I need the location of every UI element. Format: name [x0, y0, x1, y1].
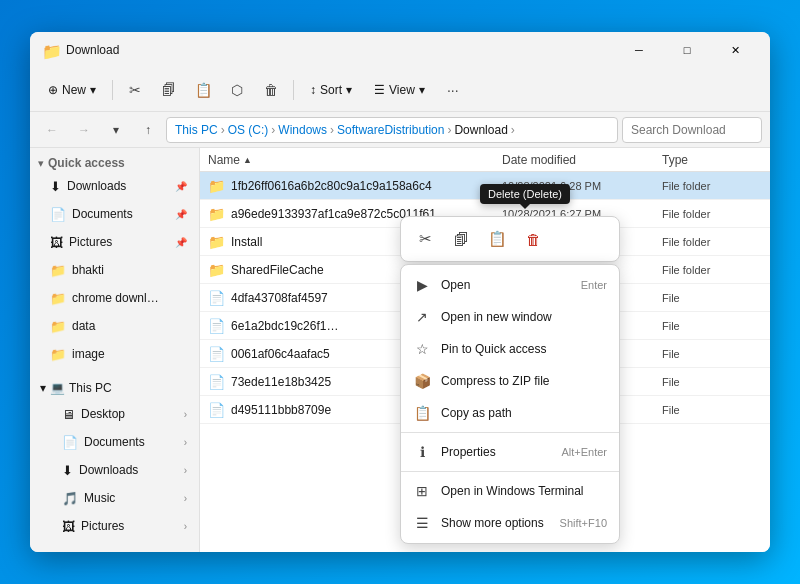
address-bar: ← → ▾ ↑ This PC › OS (C:) › Windows › So…: [30, 112, 770, 148]
docs2-icon: 📄: [62, 435, 78, 450]
breadcrumb-thispc[interactable]: This PC: [175, 123, 218, 137]
bhakti-icon: 📁: [50, 263, 66, 278]
toolbar: ⊕ New ▾ ✂ 🗐 📋 ⬡ 🗑 ↕ Sort ▾ ☰ View ▾ ···: [30, 68, 770, 112]
folder-icon: 📁: [208, 262, 225, 278]
ctx-copy-button[interactable]: 🗐: [445, 223, 477, 255]
properties-icon: ℹ: [413, 444, 431, 460]
close-button[interactable]: ✕: [712, 36, 758, 64]
folder-icon: 📁: [208, 206, 225, 222]
more-button[interactable]: ···: [437, 74, 469, 106]
search-input[interactable]: [622, 117, 762, 143]
more-options-icon: ☰: [413, 515, 431, 531]
terminal-icon: ⊞: [413, 483, 431, 499]
open-new-window-icon: ↗: [413, 309, 431, 325]
downloads-icon: ⬇: [50, 179, 61, 194]
sidebar-item-chrome[interactable]: 📁 chrome downl…: [34, 284, 195, 312]
new-plus-icon: ⊕: [48, 83, 58, 97]
sidebar-item-pics2[interactable]: 🖼 Pictures ›: [34, 512, 195, 540]
context-menu-container: Delete (Delete) ✂ 🗐 📋 🗑 ▶ Open Enter ↗: [400, 216, 620, 544]
copy-path-icon: 📋: [413, 405, 431, 421]
toolbar-separator-1: [112, 80, 113, 100]
sidebar-item-documents[interactable]: 📄 Documents 📌: [34, 200, 195, 228]
delete-button[interactable]: 🗑: [255, 74, 287, 106]
chrome-icon: 📁: [50, 291, 66, 306]
this-pc-icon: 💻: [50, 381, 65, 395]
col-type-header[interactable]: Type: [662, 153, 762, 167]
up-button[interactable]: ↑: [134, 116, 162, 144]
breadcrumb-download: Download: [454, 123, 507, 137]
sidebar-item-dl2[interactable]: ⬇ Downloads ›: [34, 456, 195, 484]
explorer-window: 📁 Download ─ □ ✕ ⊕ New ▾ ✂ 🗐 📋 ⬡ 🗑 ↕ Sor…: [30, 32, 770, 552]
ctx-paste-button[interactable]: 📋: [481, 223, 513, 255]
quick-access-section[interactable]: ▾ Quick access: [30, 152, 199, 172]
main-content: ▾ Quick access ⬇ Downloads 📌 📄 Documents…: [30, 148, 770, 552]
window-controls: ─ □ ✕: [616, 36, 758, 64]
sidebar-item-desktop[interactable]: 🖥 Desktop ›: [34, 400, 195, 428]
ctx-separator-2: [401, 471, 619, 472]
file-icon: 📄: [208, 290, 225, 306]
pictures-icon: 🖼: [50, 235, 63, 250]
sidebar-item-music[interactable]: 🎵 Music ›: [34, 484, 195, 512]
maximize-button[interactable]: □: [664, 36, 710, 64]
data-icon: 📁: [50, 319, 66, 334]
table-row[interactable]: 📁 1fb26ff0616a6b2c80c9a1c9a158a6c4 10/28…: [200, 172, 770, 200]
sort-button[interactable]: ↕ Sort ▾: [300, 74, 362, 106]
ctx-copy-as-path[interactable]: 📋 Copy as path: [401, 397, 619, 429]
file-icon: 📄: [208, 318, 225, 334]
forward-button[interactable]: →: [70, 116, 98, 144]
recent-button[interactable]: ▾: [102, 116, 130, 144]
window-icon: 📁: [42, 42, 58, 58]
context-menu-icons: ✂ 🗐 📋 🗑: [400, 216, 620, 262]
sidebar-item-image[interactable]: 📁 image: [34, 340, 195, 368]
paste-button[interactable]: 📋: [187, 74, 219, 106]
new-button[interactable]: ⊕ New ▾: [38, 74, 106, 106]
dl2-icon: ⬇: [62, 463, 73, 478]
ctx-open-terminal[interactable]: ⊞ Open in Windows Terminal: [401, 475, 619, 507]
back-button[interactable]: ←: [38, 116, 66, 144]
sidebar-item-data[interactable]: 📁 data: [34, 312, 195, 340]
ctx-compress-zip[interactable]: 📦 Compress to ZIP file: [401, 365, 619, 397]
file-list-header: Name ▲ Date modified Type: [200, 148, 770, 172]
ctx-cut-button[interactable]: ✂: [409, 223, 441, 255]
title-bar: 📁 Download ─ □ ✕: [30, 32, 770, 68]
pics2-icon: 🖼: [62, 519, 75, 534]
col-name-header[interactable]: Name ▲: [208, 153, 502, 167]
documents-icon: 📄: [50, 207, 66, 222]
sort-asc-icon: ▲: [243, 155, 252, 165]
copy-button[interactable]: 🗐: [153, 74, 185, 106]
file-list: Name ▲ Date modified Type 📁 1fb26ff0616a…: [200, 148, 770, 552]
col-date-header[interactable]: Date modified: [502, 153, 662, 167]
folder-icon: 📁: [208, 234, 225, 250]
breadcrumb-osc[interactable]: OS (C:): [228, 123, 269, 137]
share-button[interactable]: ⬡: [221, 74, 253, 106]
minimize-button[interactable]: ─: [616, 36, 662, 64]
ctx-properties[interactable]: ℹ Properties Alt+Enter: [401, 436, 619, 468]
this-pc-header[interactable]: ▾ 💻 This PC: [34, 376, 195, 400]
view-button[interactable]: ☰ View ▾: [364, 74, 435, 106]
window-title: Download: [66, 43, 608, 57]
quick-access-expander: ▾: [38, 157, 44, 170]
breadcrumb[interactable]: This PC › OS (C:) › Windows › SoftwareDi…: [166, 117, 618, 143]
cut-button[interactable]: ✂: [119, 74, 151, 106]
sidebar: ▾ Quick access ⬇ Downloads 📌 📄 Documents…: [30, 148, 200, 552]
ctx-delete-button[interactable]: 🗑: [517, 223, 549, 255]
sidebar-item-downloads[interactable]: ⬇ Downloads 📌: [34, 172, 195, 200]
file-icon: 📄: [208, 346, 225, 362]
context-menu: ▶ Open Enter ↗ Open in new window ☆ Pin …: [400, 264, 620, 544]
sort-chevron-icon: ▾: [346, 83, 352, 97]
sidebar-item-docs2[interactable]: 📄 Documents ›: [34, 428, 195, 456]
this-pc-chevron: ▾: [40, 381, 46, 395]
ctx-pin-quick-access[interactable]: ☆ Pin to Quick access: [401, 333, 619, 365]
new-chevron-icon: ▾: [90, 83, 96, 97]
ctx-show-more-options[interactable]: ☰ Show more options Shift+F10: [401, 507, 619, 539]
music-icon: 🎵: [62, 491, 78, 506]
file-icon: 📄: [208, 402, 225, 418]
ctx-open-new-window[interactable]: ↗ Open in new window: [401, 301, 619, 333]
sidebar-item-bhakti[interactable]: 📁 bhakti: [34, 256, 195, 284]
breadcrumb-softwaredist[interactable]: SoftwareDistribution: [337, 123, 444, 137]
breadcrumb-windows[interactable]: Windows: [278, 123, 327, 137]
file-icon: 📄: [208, 374, 225, 390]
sidebar-item-pictures[interactable]: 🖼 Pictures 📌: [34, 228, 195, 256]
view-icon: ☰: [374, 83, 385, 97]
ctx-open[interactable]: ▶ Open Enter: [401, 269, 619, 301]
